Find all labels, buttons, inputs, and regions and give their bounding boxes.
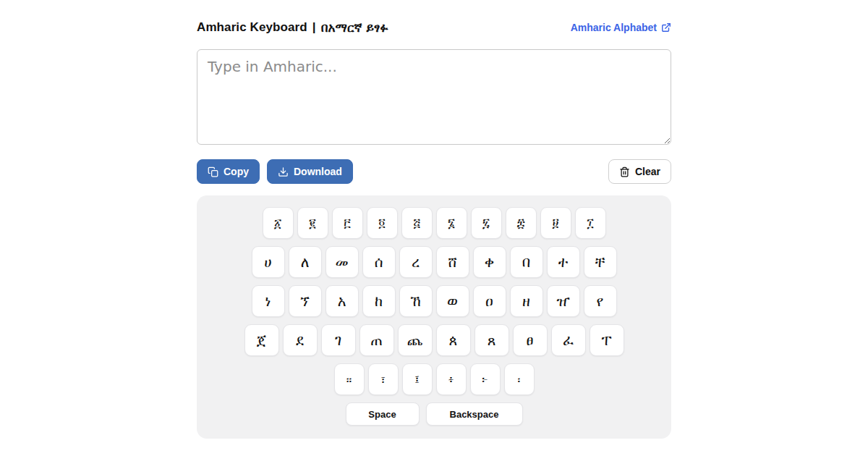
clear-button-label: Clear [635,166,660,177]
keyboard-key[interactable]: ረ [399,246,433,278]
page-title-english: Amharic Keyboard [197,20,307,35]
keyboard-key[interactable]: ሰ [362,246,396,278]
download-button[interactable]: Download [267,159,353,184]
space-key[interactable]: Space [346,402,420,426]
keyboard-key[interactable]: ሸ [436,246,469,278]
keyboard-key[interactable]: ኘ [289,285,322,317]
copy-button[interactable]: Copy [197,159,260,184]
keyboard-key[interactable]: ዘ [510,285,543,317]
keyboard-key[interactable]: ለ [289,246,322,278]
copy-icon [208,166,218,177]
keyboard-row: ነኘአከኸወዐዘዠየ [244,285,624,317]
keyboard-key[interactable]: ዠ [547,285,580,317]
keyboard-key[interactable]: ጠ [359,324,394,356]
copy-button-label: Copy [224,166,249,177]
page-header: Amharic Keyboard | በአማርኛ ይፃፉ Amharic Alp… [197,19,671,36]
keyboard-row: ሀለመሰረሸቀበተቸ [244,246,624,278]
keyboard-key[interactable]: ፪ [297,207,328,239]
keyboard-row: ፩፪፫፬፭፮፯፰፱፲ [244,207,624,239]
download-icon [278,166,289,177]
keyboard-key[interactable]: ደ [283,324,318,356]
keyboard-key[interactable]: ነ [252,285,285,317]
keyboard-key[interactable]: ወ [436,285,469,317]
keyboard-key[interactable]: ፩ [263,207,294,239]
download-button-label: Download [294,166,342,177]
keyboard-key[interactable]: ፐ [590,324,624,356]
title-separator: | [312,20,316,35]
keyboard-key[interactable]: ፦ [470,363,501,395]
keyboard-key[interactable]: የ [584,285,617,317]
keyboard-key[interactable]: ፮ [436,207,467,239]
keyboard-key[interactable]: ቸ [584,246,617,278]
keyboard-key[interactable]: በ [510,246,543,278]
keyboard-key[interactable]: ተ [547,246,580,278]
external-link-icon [661,22,671,33]
trash-icon [619,166,630,177]
toolbar: Copy Download Clear [197,159,671,184]
keyboard-key[interactable]: ፀ [513,324,548,356]
keyboard-key[interactable]: ከ [362,285,396,317]
keyboard-key[interactable]: ዐ [473,285,506,317]
main-content: Amharic Keyboard | በአማርኛ ይፃፉ Amharic Alp… [197,0,671,439]
keyboard-key[interactable]: ፥ [436,363,467,395]
amharic-text-input[interactable] [197,49,671,145]
page-title-amharic: በአማርኛ ይፃፉ [321,20,388,35]
keyboard-bottom-row: Space Backspace [346,402,523,426]
keyboard-key[interactable]: ጰ [436,324,471,356]
keyboard-key[interactable]: ፈ [551,324,586,356]
keyboard-key[interactable]: ጸ [475,324,509,356]
keyboard-key[interactable]: ፱ [540,207,571,239]
keyboard-key[interactable]: ጨ [398,324,433,356]
page-title: Amharic Keyboard | በአማርኛ ይፃፉ [197,20,388,35]
keyboard-key[interactable]: ፬ [367,207,398,239]
keyboard-key[interactable]: ፭ [401,207,433,239]
backspace-key[interactable]: Backspace [426,402,523,426]
keyboard-key[interactable]: ሀ [252,246,285,278]
keyboard-key[interactable]: ፤ [402,363,433,395]
keyboard-key[interactable]: ቀ [473,246,506,278]
keyboard-row: ጀደገጠጨጰጸፀፈፐ [244,324,624,356]
amharic-alphabet-link[interactable]: Amharic Alphabet [571,22,671,33]
keyboard-key[interactable]: ። [334,363,365,395]
keyboard-key[interactable]: ፡ [504,363,535,395]
keyboard-key[interactable]: ኸ [399,285,433,317]
keyboard-key[interactable]: ገ [321,324,356,356]
amharic-alphabet-link-label: Amharic Alphabet [571,22,657,33]
clear-button[interactable]: Clear [608,159,671,184]
keyboard-key[interactable]: ፫ [332,207,363,239]
keyboard-key[interactable]: ጀ [244,324,279,356]
keyboard-key[interactable]: ፰ [506,207,537,239]
keyboard-row: ።፣፤፥፦፡ [244,363,624,395]
keyboard-key[interactable]: ፲ [575,207,606,239]
keyboard-key[interactable]: ፣ [368,363,399,395]
virtual-keyboard: ፩፪፫፬፭፮፯፰፱፲ሀለመሰረሸቀበተቸነኘአከኸወዐዘዠየጀደገጠጨጰጸፀፈፐ… [197,195,671,439]
keyboard-key[interactable]: መ [326,246,359,278]
keyboard-key[interactable]: አ [326,285,359,317]
keyboard-key[interactable]: ፯ [471,207,502,239]
keyboard-character-rows: ፩፪፫፬፭፮፯፰፱፲ሀለመሰረሸቀበተቸነኘአከኸወዐዘዠየጀደገጠጨጰጸፀፈፐ… [244,207,624,402]
